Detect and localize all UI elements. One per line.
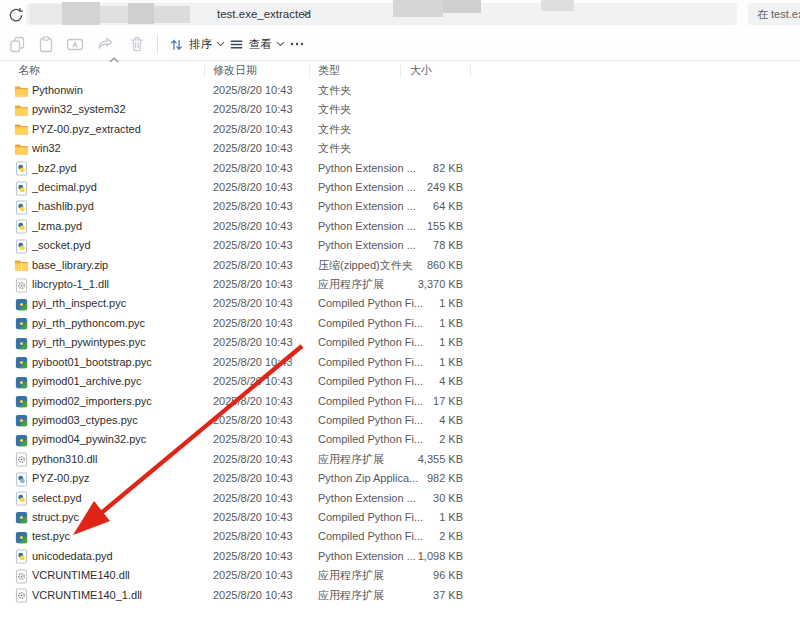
file-name: _hashlib.pyd — [32, 197, 94, 216]
file-size: 3,370 KB — [385, 275, 463, 294]
pyd-file-icon — [14, 549, 29, 564]
file-date: 2025/8/20 10:43 — [213, 275, 293, 294]
column-header-name[interactable]: 名称 — [18, 63, 40, 78]
column-divider[interactable] — [400, 64, 401, 78]
file-date: 2025/8/20 10:43 — [213, 527, 293, 546]
file-row[interactable]: base_library.zip2025/8/20 10:43压缩(zipped… — [0, 256, 800, 275]
file-size: 249 KB — [385, 178, 463, 197]
file-size: 1 KB — [385, 294, 463, 313]
file-row[interactable]: pyimod03_ctypes.pyc2025/8/20 10:43Compil… — [0, 411, 800, 430]
file-size — [385, 100, 463, 119]
file-name: pyimod02_importers.pyc — [32, 392, 152, 411]
file-row[interactable]: win322025/8/20 10:43文件夹 — [0, 139, 800, 158]
file-row[interactable]: pyimod04_pywin32.pyc2025/8/20 10:43Compi… — [0, 430, 800, 449]
breadcrumb-current-folder[interactable]: test.exe_extracted — [217, 3, 311, 25]
refresh-button[interactable] — [6, 5, 26, 25]
pyd-file-icon — [14, 200, 29, 215]
file-date: 2025/8/20 10:43 — [213, 430, 293, 449]
pyc-file-icon — [14, 336, 29, 351]
folder-file-icon — [14, 84, 29, 99]
column-header-type[interactable]: 类型 — [318, 63, 340, 78]
file-type: 文件夹 — [318, 139, 351, 158]
file-name: pywin32_system32 — [32, 100, 126, 119]
address-bar[interactable]: test.exe_extracted > — [26, 3, 737, 25]
file-row[interactable]: VCRUNTIME140.dll2025/8/20 10:43应用程序扩展96 … — [0, 566, 800, 585]
file-row[interactable]: python310.dll2025/8/20 10:43应用程序扩展4,355 … — [0, 450, 800, 469]
file-row[interactable]: PYZ-00.pyz2025/8/20 10:43Python Zip Appl… — [0, 469, 800, 488]
column-divider[interactable] — [204, 64, 205, 78]
file-row[interactable]: pywin32_system322025/8/20 10:43文件夹 — [0, 100, 800, 119]
file-row[interactable]: pyimod01_archive.pyc2025/8/20 10:43Compi… — [0, 372, 800, 391]
sort-ascending-caret-icon — [109, 57, 119, 63]
delete-button[interactable] — [124, 32, 150, 56]
file-name: PYZ-00.pyz — [32, 469, 89, 488]
search-input[interactable]: 在 test.exe_ — [748, 3, 800, 25]
file-row[interactable]: pyi_rth_pythoncom.pyc2025/8/20 10:43Comp… — [0, 314, 800, 333]
file-name: _bz2.pyd — [32, 159, 77, 178]
censored-block — [443, 0, 481, 13]
file-size: 982 KB — [385, 469, 463, 488]
file-row[interactable]: _lzma.pyd2025/8/20 10:43Python Extension… — [0, 217, 800, 236]
file-row[interactable]: pyimod02_importers.pyc2025/8/20 10:43Com… — [0, 392, 800, 411]
column-header-size[interactable]: 大小 — [410, 63, 432, 78]
censored-block — [30, 4, 62, 24]
column-divider[interactable] — [309, 64, 310, 78]
file-row[interactable]: pyi_rth_inspect.pyc2025/8/20 10:43Compil… — [0, 294, 800, 313]
column-divider[interactable] — [470, 64, 471, 78]
file-row[interactable]: Pythonwin2025/8/20 10:43文件夹 — [0, 81, 800, 100]
file-row[interactable]: VCRUNTIME140_1.dll2025/8/20 10:43应用程序扩展3… — [0, 586, 800, 605]
file-date: 2025/8/20 10:43 — [213, 217, 293, 236]
file-date: 2025/8/20 10:43 — [213, 178, 293, 197]
share-button[interactable] — [92, 32, 118, 56]
file-row[interactable]: _socket.pyd2025/8/20 10:43Python Extensi… — [0, 236, 800, 255]
file-size — [385, 139, 463, 158]
file-name: base_library.zip — [32, 256, 108, 275]
file-row[interactable]: _hashlib.pyd2025/8/20 10:43Python Extens… — [0, 197, 800, 216]
file-type: 应用程序扩展 — [318, 586, 384, 605]
file-row[interactable]: pyi_rth_pywintypes.pyc2025/8/20 10:43Com… — [0, 333, 800, 352]
file-list: Pythonwin2025/8/20 10:43文件夹pywin32_syste… — [0, 81, 800, 605]
file-name: VCRUNTIME140_1.dll — [32, 586, 142, 605]
file-row[interactable]: _decimal.pyd2025/8/20 10:43Python Extens… — [0, 178, 800, 197]
sort-label: 排序 — [189, 37, 212, 52]
column-header-row: 名称 修改日期 类型 大小 — [0, 62, 800, 80]
file-name: pyimod04_pywin32.pyc — [32, 430, 146, 449]
trash-icon — [127, 34, 147, 54]
file-size: 82 KB — [385, 159, 463, 178]
rename-button[interactable] — [62, 32, 88, 56]
file-row[interactable]: unicodedata.pyd2025/8/20 10:43Python Ext… — [0, 547, 800, 566]
file-row[interactable]: struct.pyc2025/8/20 10:43Compiled Python… — [0, 508, 800, 527]
file-row[interactable]: _bz2.pyd2025/8/20 10:43Python Extension … — [0, 159, 800, 178]
file-name: struct.pyc — [32, 508, 79, 527]
view-label: 查看 — [249, 37, 272, 52]
file-date: 2025/8/20 10:43 — [213, 159, 293, 178]
file-row[interactable]: PYZ-00.pyz_extracted2025/8/20 10:43文件夹 — [0, 120, 800, 139]
file-row[interactable]: pyiboot01_bootstrap.pyc2025/8/20 10:43Co… — [0, 353, 800, 372]
file-size: 17 KB — [385, 392, 463, 411]
file-size: 1 KB — [385, 353, 463, 372]
view-dropdown-button[interactable]: 查看 — [224, 32, 289, 56]
pyc-file-icon — [14, 433, 29, 448]
share-icon — [95, 34, 115, 54]
sort-dropdown-button[interactable]: 排序 — [164, 32, 229, 56]
pyd-file-icon — [14, 239, 29, 254]
file-date: 2025/8/20 10:43 — [213, 81, 293, 100]
censored-block — [541, 0, 574, 11]
file-row[interactable]: select.pyd2025/8/20 10:43Python Extensio… — [0, 489, 800, 508]
more-options-button[interactable] — [284, 32, 310, 56]
folder-file-icon — [14, 122, 29, 137]
paste-button[interactable] — [33, 32, 59, 56]
pyc-file-icon — [14, 355, 29, 370]
file-date: 2025/8/20 10:43 — [213, 469, 293, 488]
copy-button[interactable] — [4, 32, 30, 56]
breadcrumb-chevron-icon: > — [303, 3, 309, 25]
pyc-file-icon — [14, 316, 29, 331]
file-row[interactable]: libcrypto-1_1.dll2025/8/20 10:43应用程序扩展3,… — [0, 275, 800, 294]
file-row[interactable]: test.pyc2025/8/20 10:43Compiled Python F… — [0, 527, 800, 546]
more-ellipsis-icon — [288, 35, 306, 53]
column-header-date[interactable]: 修改日期 — [213, 63, 257, 78]
file-date: 2025/8/20 10:43 — [213, 256, 293, 275]
file-size: 1,098 KB — [385, 547, 463, 566]
file-size: 155 KB — [385, 217, 463, 236]
view-list-icon — [228, 36, 245, 53]
